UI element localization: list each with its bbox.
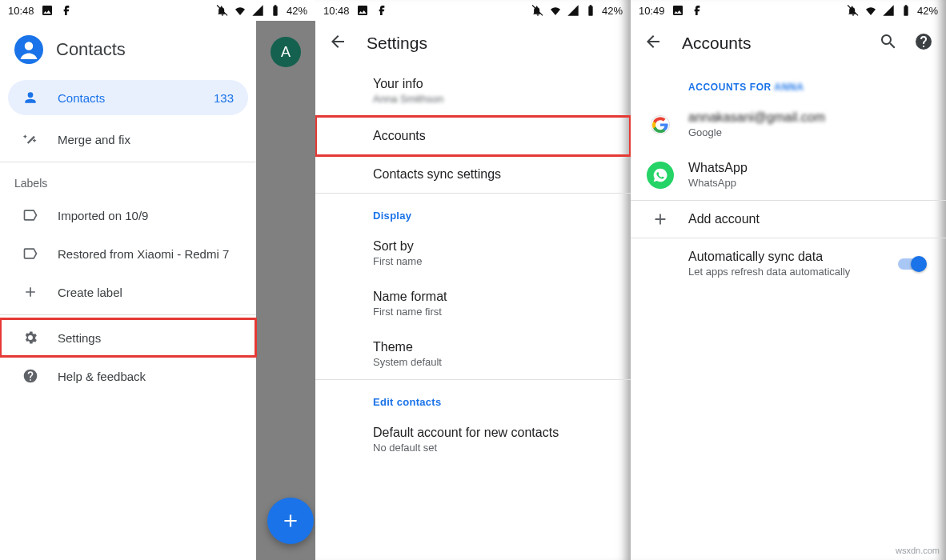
- facebook-icon: [691, 4, 703, 17]
- label-imported-text: Imported on 10/9: [58, 209, 148, 222]
- back-button[interactable]: [643, 32, 663, 54]
- page-title: Accounts: [682, 34, 751, 53]
- clock: 10:48: [323, 5, 350, 17]
- sort-by-item[interactable]: Sort by First name: [315, 228, 631, 278]
- nav-settings[interactable]: Settings: [0, 318, 256, 357]
- merge-fix-label: Merge and fix: [58, 133, 130, 146]
- wifi-icon: [549, 4, 562, 17]
- your-info-item[interactable]: Your info Anna Smithson: [315, 66, 631, 116]
- create-label-text: Create label: [58, 286, 122, 299]
- app-title: Contacts: [56, 39, 126, 60]
- name-format-item[interactable]: Name format First name first: [315, 278, 631, 329]
- sort-by-value: First name: [373, 255, 611, 267]
- theme-value: System default: [373, 356, 611, 368]
- google-account-item[interactable]: annakasani@gmail.com Google: [631, 99, 946, 150]
- wand-icon: [22, 131, 38, 147]
- image-icon: [671, 4, 684, 17]
- sort-by-label: Sort by: [373, 239, 611, 254]
- accounts-item[interactable]: Accounts: [315, 116, 631, 156]
- back-button[interactable]: [328, 32, 347, 54]
- auto-sync-label: Automatically sync data: [688, 250, 890, 264]
- nav-contacts[interactable]: Contacts 133: [8, 80, 248, 115]
- default-account-value: No default set: [373, 442, 611, 454]
- label-icon: [22, 207, 38, 223]
- edit-contacts-header: Edit contacts: [315, 380, 631, 414]
- label-restored[interactable]: Restored from Xiaomi - Redmi 7: [0, 234, 256, 273]
- label-icon: [22, 246, 38, 262]
- name-format-value: First name first: [373, 306, 611, 318]
- accounts-label: Accounts: [373, 129, 611, 143]
- status-bar: 10:49 42%: [631, 0, 946, 21]
- divider: [0, 314, 256, 315]
- profile-avatar[interactable]: A: [271, 37, 301, 67]
- add-contact-fab[interactable]: [267, 498, 314, 544]
- sync-settings-item[interactable]: Contacts sync settings: [315, 156, 631, 193]
- signal-icon: [567, 4, 579, 17]
- signal-icon: [251, 4, 264, 17]
- whatsapp-provider: WhatsApp: [688, 177, 927, 189]
- gmail-provider: Google: [688, 126, 927, 138]
- display-header: Display: [315, 194, 631, 228]
- contacts-count: 133: [214, 91, 234, 105]
- add-account-item[interactable]: Add account: [631, 201, 946, 238]
- divider: [0, 162, 256, 162]
- help-button[interactable]: [914, 32, 933, 54]
- sync-label: Contacts sync settings: [373, 167, 611, 182]
- label-restored-text: Restored from Xiaomi - Redmi 7: [58, 247, 229, 261]
- svg-point-1: [25, 42, 34, 50]
- create-label[interactable]: Create label: [0, 273, 256, 311]
- google-icon: [647, 111, 674, 138]
- default-account-label: Default account for new contacts: [373, 426, 611, 440]
- theme-label: Theme: [373, 340, 611, 354]
- your-info-label: Your info: [373, 77, 611, 91]
- facebook-icon: [60, 4, 73, 17]
- auto-sync-toggle[interactable]: [898, 256, 927, 272]
- signal-icon: [882, 4, 895, 17]
- accounts-for-header: Accounts for anna: [631, 66, 946, 99]
- person-icon: [22, 90, 38, 106]
- search-button[interactable]: [879, 32, 898, 54]
- whatsapp-account-item[interactable]: WhatsApp WhatsApp: [631, 150, 946, 200]
- battery-icon: [584, 4, 597, 17]
- labels-header: Labels: [0, 166, 256, 196]
- facebook-icon: [375, 4, 388, 17]
- whatsapp-label: WhatsApp: [688, 161, 927, 175]
- wifi-icon: [864, 4, 877, 17]
- watermark: wsxdn.com: [896, 546, 940, 555]
- battery-text: 42%: [917, 5, 938, 17]
- default-account-item[interactable]: Default account for new contacts No defa…: [315, 414, 631, 465]
- gear-icon: [22, 330, 38, 346]
- plus-icon: [647, 206, 674, 233]
- battery-text: 42%: [287, 5, 307, 17]
- nav-merge-fix[interactable]: Merge and fix: [0, 120, 256, 158]
- wifi-icon: [234, 4, 247, 17]
- help-label: Help & feedback: [58, 370, 146, 383]
- battery-icon: [269, 4, 282, 17]
- dnd-icon: [216, 4, 229, 17]
- auto-sync-desc: Let apps refresh data automatically: [688, 266, 890, 278]
- whatsapp-icon: [647, 162, 674, 189]
- help-icon: [22, 368, 38, 384]
- battery-icon: [900, 4, 912, 17]
- settings-label: Settings: [58, 331, 101, 345]
- battery-text: 42%: [602, 5, 623, 17]
- dnd-icon: [531, 4, 544, 17]
- top-app-bar: Settings: [315, 21, 631, 66]
- image-icon: [41, 4, 54, 17]
- plus-icon: [22, 284, 38, 300]
- add-account-label: Add account: [688, 212, 927, 226]
- clock: 10:48: [8, 5, 34, 17]
- your-info-value: Anna Smithson: [373, 93, 611, 105]
- name-format-label: Name format: [373, 290, 611, 304]
- theme-item[interactable]: Theme System default: [315, 329, 631, 379]
- status-bar: 10:48 42%: [315, 0, 631, 21]
- dnd-icon: [847, 4, 860, 17]
- page-title: Settings: [367, 34, 427, 53]
- label-imported[interactable]: Imported on 10/9: [0, 196, 256, 234]
- nav-drawer: Contacts Contacts 133 Merge and fix Labe…: [0, 21, 256, 539]
- nav-contacts-label: Contacts: [58, 91, 105, 105]
- nav-help[interactable]: Help & feedback: [0, 357, 256, 395]
- auto-sync-item[interactable]: Automatically sync data Let apps refresh…: [631, 238, 946, 289]
- image-icon: [356, 4, 369, 17]
- gmail-address: annakasani@gmail.com: [688, 110, 927, 125]
